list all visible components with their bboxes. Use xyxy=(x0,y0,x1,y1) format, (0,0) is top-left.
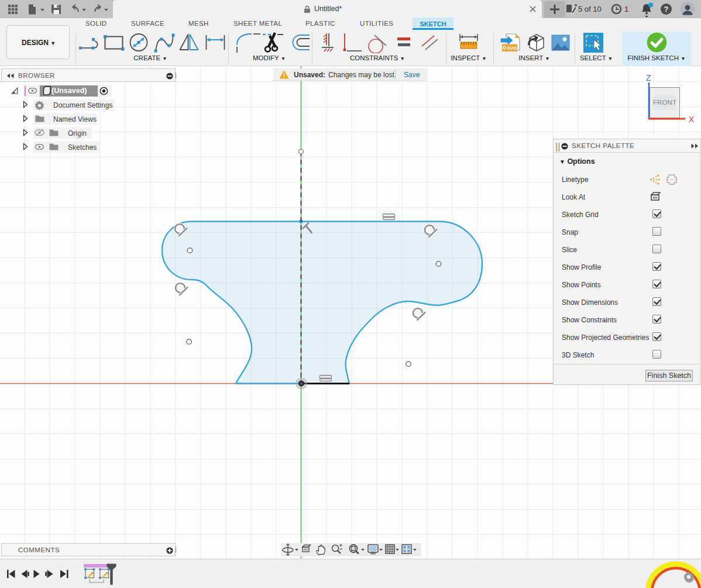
svg-text:Z: Z xyxy=(646,73,651,82)
svg-text:SVG: SVG xyxy=(507,46,517,51)
svg-text:X: X xyxy=(689,115,695,124)
svg-text:?: ? xyxy=(664,5,669,13)
